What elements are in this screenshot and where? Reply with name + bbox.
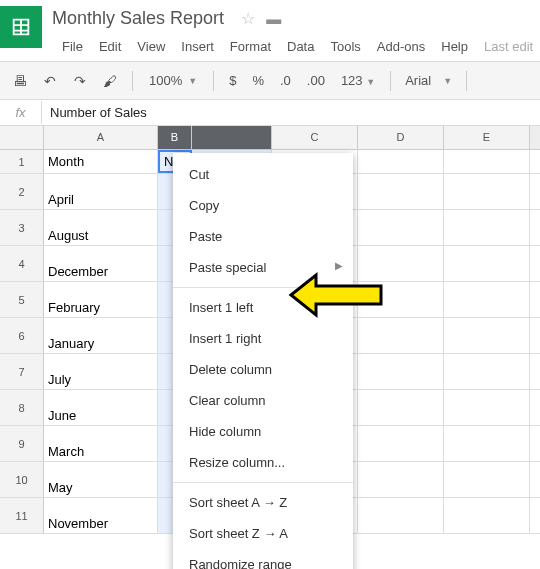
- cell-a10[interactable]: May: [44, 462, 158, 497]
- fx-label: fx: [0, 101, 42, 124]
- format-currency-button[interactable]: $: [224, 73, 241, 88]
- paint-format-icon[interactable]: 🖌: [98, 69, 122, 93]
- print-icon[interactable]: 🖶: [8, 69, 32, 93]
- decrease-decimal-button[interactable]: .0: [275, 73, 296, 88]
- column-headers: A B C D E: [0, 126, 540, 150]
- context-menu: Cut Copy Paste Paste special▶ Insert 1 l…: [173, 153, 353, 569]
- menu-edit[interactable]: Edit: [99, 39, 121, 54]
- ctx-clear-column[interactable]: Clear column: [173, 385, 353, 416]
- format-percent-button[interactable]: %: [247, 73, 269, 88]
- cell-a5[interactable]: February: [44, 282, 158, 317]
- row-header-7[interactable]: 7: [0, 354, 44, 389]
- row-header-4[interactable]: 4: [0, 246, 44, 281]
- cell-a4[interactable]: December: [44, 246, 158, 281]
- menu-bar: File Edit View Insert Format Data Tools …: [50, 33, 540, 54]
- ctx-resize-column[interactable]: Resize column...: [173, 447, 353, 478]
- col-header-e[interactable]: E: [444, 126, 530, 149]
- ctx-delete-column[interactable]: Delete column: [173, 354, 353, 385]
- cell-a6[interactable]: January: [44, 318, 158, 353]
- select-all-corner[interactable]: [0, 126, 44, 149]
- menu-tools[interactable]: Tools: [330, 39, 360, 54]
- col-header-b[interactable]: B: [158, 126, 192, 149]
- sheets-logo[interactable]: [0, 6, 42, 48]
- cell-e1[interactable]: [444, 150, 530, 173]
- col-header-d[interactable]: D: [358, 126, 444, 149]
- cell-a3[interactable]: August: [44, 210, 158, 245]
- ctx-paste-special[interactable]: Paste special▶: [173, 252, 353, 283]
- cell-a1[interactable]: Month: [44, 150, 158, 173]
- cell-a9[interactable]: March: [44, 426, 158, 461]
- more-formats-button[interactable]: 123 ▼: [336, 73, 380, 88]
- col-header-c[interactable]: C: [272, 126, 358, 149]
- menu-file[interactable]: File: [62, 39, 83, 54]
- menu-addons[interactable]: Add-ons: [377, 39, 425, 54]
- ctx-separator: [173, 287, 353, 288]
- ctx-sort-za[interactable]: Sort sheet Z → A: [173, 518, 353, 549]
- zoom-selector[interactable]: 100%▼: [143, 73, 203, 88]
- ctx-separator: [173, 482, 353, 483]
- ctx-paste[interactable]: Paste: [173, 221, 353, 252]
- row-header-3[interactable]: 3: [0, 210, 44, 245]
- ctx-hide-column[interactable]: Hide column: [173, 416, 353, 447]
- formula-input[interactable]: Number of Sales: [42, 105, 155, 120]
- row-header-5[interactable]: 5: [0, 282, 44, 317]
- cell-a7[interactable]: July: [44, 354, 158, 389]
- row-header-10[interactable]: 10: [0, 462, 44, 497]
- redo-icon[interactable]: ↷: [68, 69, 92, 93]
- cell-d1[interactable]: [358, 150, 444, 173]
- menu-insert[interactable]: Insert: [181, 39, 214, 54]
- row-header-1[interactable]: 1: [0, 150, 44, 173]
- col-header-a[interactable]: A: [44, 126, 158, 149]
- font-selector[interactable]: Arial▼: [401, 73, 456, 88]
- ctx-randomize[interactable]: Randomize range: [173, 549, 353, 569]
- star-icon[interactable]: ☆: [241, 10, 255, 27]
- ctx-sort-az[interactable]: Sort sheet A → Z: [173, 487, 353, 518]
- folder-icon[interactable]: ▬: [266, 10, 281, 27]
- cell-a8[interactable]: June: [44, 390, 158, 425]
- cell-a11[interactable]: November: [44, 498, 158, 533]
- row-header-11[interactable]: 11: [0, 498, 44, 533]
- menu-help[interactable]: Help: [441, 39, 468, 54]
- document-title[interactable]: Monthly Sales Report ☆ ▬: [50, 6, 540, 33]
- menu-view[interactable]: View: [137, 39, 165, 54]
- row-header-9[interactable]: 9: [0, 426, 44, 461]
- menu-format[interactable]: Format: [230, 39, 271, 54]
- row-header-6[interactable]: 6: [0, 318, 44, 353]
- row-header-2[interactable]: 2: [0, 174, 44, 209]
- undo-icon[interactable]: ↶: [38, 69, 62, 93]
- toolbar: 🖶 ↶ ↷ 🖌 100%▼ $ % .0 .00 123 ▼ Arial▼: [0, 62, 540, 100]
- formula-bar: fx Number of Sales: [0, 100, 540, 126]
- ctx-cut[interactable]: Cut: [173, 159, 353, 190]
- app-header: Monthly Sales Report ☆ ▬ File Edit View …: [0, 0, 540, 62]
- menu-data[interactable]: Data: [287, 39, 314, 54]
- ctx-insert-right[interactable]: Insert 1 right: [173, 323, 353, 354]
- submenu-arrow-icon: ▶: [335, 260, 343, 271]
- ctx-copy[interactable]: Copy: [173, 190, 353, 221]
- increase-decimal-button[interactable]: .00: [302, 73, 330, 88]
- ctx-insert-left[interactable]: Insert 1 left: [173, 292, 353, 323]
- last-edit-text: Last edit: [484, 39, 533, 54]
- row-header-8[interactable]: 8: [0, 390, 44, 425]
- cell-a2[interactable]: April: [44, 174, 158, 209]
- col-header-b-split[interactable]: [192, 126, 272, 149]
